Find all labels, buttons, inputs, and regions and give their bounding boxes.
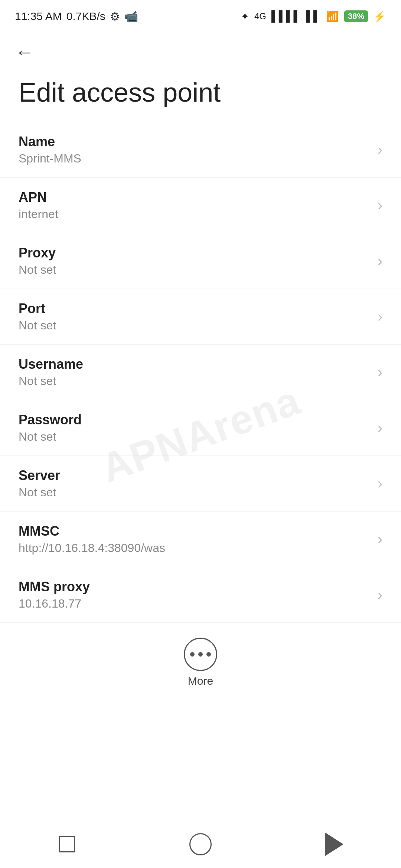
settings-field-label: APN bbox=[19, 190, 370, 205]
settings-item-content: PasswordNot set bbox=[19, 412, 370, 444]
settings-item-mmsc[interactable]: MMSChttp://10.16.18.4:38090/was› bbox=[0, 512, 401, 567]
charging-icon: ⚡ bbox=[373, 10, 386, 23]
status-right: ✦ 4G ▌▌▌▌ ▌▌ 📶 38 % ⚡ bbox=[241, 10, 386, 23]
settings-field-label: Port bbox=[19, 301, 370, 316]
more-dots bbox=[190, 652, 211, 657]
navigation-bar bbox=[0, 820, 401, 868]
settings-field-value: Not set bbox=[19, 486, 370, 499]
settings-field-value: Sprint-MMS bbox=[19, 152, 370, 165]
chevron-right-icon: › bbox=[378, 531, 382, 548]
chevron-right-icon: › bbox=[378, 141, 382, 158]
settings-item-content: NameSprint-MMS bbox=[19, 134, 370, 165]
signal-bars-icon: ▌▌▌▌ bbox=[271, 10, 301, 22]
settings-item-port[interactable]: PortNot set› bbox=[0, 289, 401, 345]
chevron-right-icon: › bbox=[378, 364, 382, 381]
home-icon bbox=[189, 833, 212, 855]
battery-indicator: 38 % bbox=[344, 10, 368, 22]
time: 11:35 AM bbox=[15, 10, 62, 23]
page-title: Edit access point bbox=[0, 67, 401, 122]
settings-field-value: Not set bbox=[19, 319, 370, 332]
status-bar: 11:35 AM 0.7KB/s ⚙ 📹 ✦ 4G ▌▌▌▌ ▌▌ 📶 38 %… bbox=[0, 0, 401, 30]
chevron-right-icon: › bbox=[378, 475, 382, 492]
settings-item-content: MMSChttp://10.16.18.4:38090/was bbox=[19, 523, 370, 555]
chevron-right-icon: › bbox=[378, 420, 382, 436]
back-button[interactable]: ← bbox=[0, 30, 401, 67]
back-nav-icon bbox=[325, 832, 343, 856]
settings-field-label: Name bbox=[19, 134, 370, 149]
settings-item-server[interactable]: ServerNot set› bbox=[0, 456, 401, 512]
settings-item-content: PortNot set bbox=[19, 301, 370, 332]
bluetooth-icon: ✦ bbox=[241, 10, 249, 23]
chevron-right-icon: › bbox=[378, 586, 382, 603]
settings-field-value: Not set bbox=[19, 374, 370, 388]
chevron-right-icon: › bbox=[378, 308, 382, 325]
battery-percent: 38 bbox=[348, 11, 357, 21]
settings-field-label: Server bbox=[19, 468, 370, 483]
settings-field-value: http://10.16.18.4:38090/was bbox=[19, 541, 370, 555]
recent-apps-button[interactable] bbox=[48, 826, 85, 863]
status-left: 11:35 AM 0.7KB/s ⚙ 📹 bbox=[15, 10, 138, 23]
more-dot-2 bbox=[198, 652, 203, 657]
speed: 0.7KB/s bbox=[66, 10, 105, 23]
settings-icon: ⚙ bbox=[110, 10, 120, 23]
settings-list: NameSprint-MMS›APNinternet›ProxyNot set›… bbox=[0, 122, 401, 623]
settings-field-label: Proxy bbox=[19, 245, 370, 261]
settings-item-content: MMS proxy10.16.18.77 bbox=[19, 579, 370, 611]
chevron-right-icon: › bbox=[378, 253, 382, 269]
settings-field-label: Password bbox=[19, 412, 370, 428]
wifi-icon: 📶 bbox=[326, 10, 339, 23]
video-icon: 📹 bbox=[124, 10, 138, 23]
settings-field-label: MMS proxy bbox=[19, 579, 370, 595]
settings-item-content: UsernameNot set bbox=[19, 356, 370, 388]
settings-item-name[interactable]: NameSprint-MMS› bbox=[0, 122, 401, 178]
settings-field-value: Not set bbox=[19, 263, 370, 277]
signal-bars2-icon: ▌▌ bbox=[306, 10, 321, 22]
settings-field-label: Username bbox=[19, 356, 370, 372]
back-nav-button[interactable] bbox=[316, 826, 353, 863]
settings-item-proxy[interactable]: ProxyNot set› bbox=[0, 233, 401, 289]
settings-field-value: Not set bbox=[19, 430, 370, 444]
more-dot-3 bbox=[206, 652, 211, 657]
home-button[interactable] bbox=[182, 826, 219, 863]
more-label: More bbox=[188, 675, 213, 687]
settings-item-username[interactable]: UsernameNot set› bbox=[0, 345, 401, 400]
settings-item-password[interactable]: PasswordNot set› bbox=[0, 400, 401, 456]
settings-item-content: ProxyNot set bbox=[19, 245, 370, 277]
settings-field-label: MMSC bbox=[19, 523, 370, 539]
settings-item-apn[interactable]: APNinternet› bbox=[0, 178, 401, 233]
back-arrow-icon[interactable]: ← bbox=[15, 41, 34, 63]
settings-item-content: ServerNot set bbox=[19, 468, 370, 499]
more-circle[interactable] bbox=[184, 638, 217, 671]
settings-item-mms-proxy[interactable]: MMS proxy10.16.18.77› bbox=[0, 567, 401, 623]
chevron-right-icon: › bbox=[378, 197, 382, 214]
recent-apps-icon bbox=[59, 836, 75, 852]
more-dot-1 bbox=[190, 652, 195, 657]
settings-item-content: APNinternet bbox=[19, 190, 370, 221]
more-button-container[interactable]: More bbox=[0, 623, 401, 698]
signal-4g-icon: 4G bbox=[254, 11, 266, 22]
settings-field-value: internet bbox=[19, 207, 370, 221]
settings-field-value: 10.16.18.77 bbox=[19, 597, 370, 611]
